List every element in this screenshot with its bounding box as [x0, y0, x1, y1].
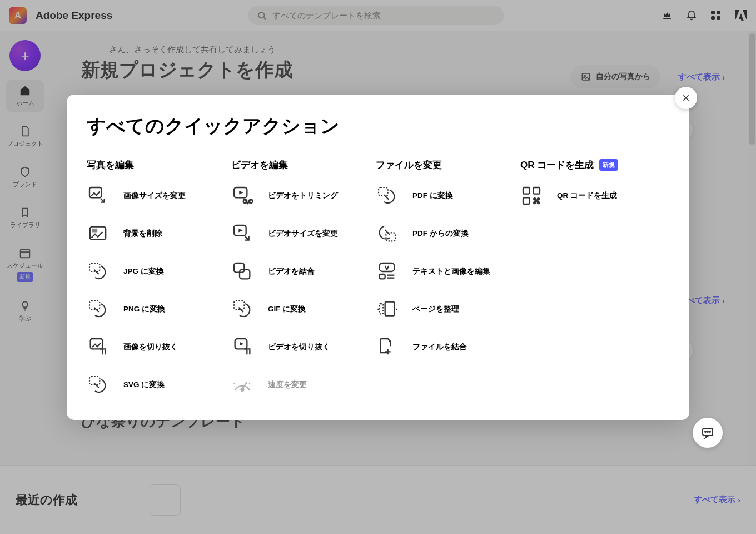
- action-convert-png[interactable]: PNG に変換: [87, 298, 226, 320]
- action-convert-jpg[interactable]: JPG に変換: [87, 260, 226, 283]
- merge-video-icon: [231, 260, 253, 283]
- convert-to-pdf-icon: [376, 185, 398, 207]
- action-convert-gif[interactable]: GIF に変換: [231, 298, 370, 320]
- speed-icon: [231, 374, 253, 396]
- remove-bg-icon: [87, 222, 109, 245]
- svg-point-28: [241, 388, 244, 391]
- action-edit-text-image[interactable]: テキストと画像を編集: [376, 260, 515, 283]
- action-crop-image[interactable]: 画像を切り抜く: [87, 336, 226, 358]
- svg-point-40: [534, 198, 535, 200]
- combine-files-icon: [376, 336, 398, 358]
- svg-rect-29: [379, 187, 388, 196]
- svg-point-47: [707, 431, 708, 432]
- crop-image-icon: [87, 336, 109, 358]
- column-divider: [437, 185, 437, 363]
- qr-actions: QR コードを生成: [520, 185, 665, 396]
- convert-gif-icon: [231, 298, 253, 320]
- trim-video-icon: [231, 185, 253, 207]
- svg-marker-17: [239, 191, 243, 195]
- svg-rect-39: [523, 197, 530, 204]
- action-resize-video[interactable]: ビデオサイズを変更: [231, 222, 370, 245]
- svg-point-44: [536, 200, 538, 202]
- action-merge-video[interactable]: ビデオを結合: [231, 260, 370, 283]
- crop-video-icon: [231, 336, 253, 358]
- svg-point-48: [709, 431, 710, 432]
- close-icon: [682, 93, 690, 102]
- convert-png-icon: [87, 298, 109, 320]
- svg-rect-30: [386, 233, 395, 241]
- svg-rect-31: [380, 263, 395, 271]
- svg-point-41: [538, 198, 539, 200]
- action-organize-pages[interactable]: ページを整理: [376, 298, 515, 320]
- svg-rect-32: [380, 274, 385, 279]
- chat-icon: [701, 426, 714, 439]
- convert-svg-icon: [87, 374, 109, 396]
- col-header-file: ファイルを変更: [376, 159, 520, 171]
- action-convert-to-pdf[interactable]: PDF に変換: [376, 185, 515, 207]
- action-trim-video[interactable]: ビデオをトリミング: [231, 185, 370, 207]
- action-convert-svg[interactable]: SVG に変換: [87, 374, 226, 396]
- convert-from-pdf-icon: [376, 222, 398, 245]
- svg-rect-36: [380, 304, 384, 314]
- video-actions: ビデオをトリミング ビデオサイズを変更 ビデオを結合 GIF に変換: [231, 185, 376, 396]
- close-button[interactable]: [675, 87, 697, 109]
- resize-video-icon: [231, 222, 253, 245]
- svg-rect-38: [533, 187, 540, 194]
- action-resize-image[interactable]: 画像サイズを変更: [87, 185, 226, 207]
- col-header-photo: 写真を編集: [87, 159, 231, 171]
- svg-rect-11: [92, 229, 97, 233]
- quick-actions-modal: すべてのクイックアクション 写真を編集 ビデオを編集 ファイルを変更 QR コー…: [67, 95, 689, 420]
- resize-image-icon: [87, 185, 109, 207]
- action-change-speed[interactable]: 速度を変更: [231, 374, 370, 396]
- organize-pages-icon: [376, 298, 398, 320]
- qr-code-icon: [520, 185, 543, 207]
- photo-actions: 画像サイズを変更 背景を削除 JPG に変換 PNG に変換: [87, 185, 231, 396]
- new-badge: 新規: [599, 159, 618, 171]
- convert-jpg-icon: [87, 260, 109, 283]
- action-combine-files[interactable]: ファイルを結合: [376, 336, 515, 358]
- action-generate-qr[interactable]: QR コードを生成: [520, 185, 659, 207]
- svg-point-46: [705, 431, 706, 432]
- edit-text-image-icon: [376, 260, 398, 283]
- action-convert-from-pdf[interactable]: PDF からの変換: [376, 222, 515, 245]
- svg-marker-26: [240, 342, 244, 346]
- svg-point-42: [534, 202, 535, 204]
- divider: [87, 145, 669, 145]
- col-header-qr: QR コードを生成 新規: [520, 159, 665, 171]
- col-header-video: ビデオを編集: [231, 159, 376, 171]
- chat-fab-button[interactable]: [693, 418, 723, 448]
- action-remove-background[interactable]: 背景を削除: [87, 222, 226, 245]
- action-crop-video[interactable]: ビデオを切り抜く: [231, 336, 370, 358]
- svg-rect-37: [523, 187, 530, 194]
- svg-rect-35: [385, 302, 395, 316]
- file-actions: PDF に変換 PDF からの変換 テキストと画像を編集 ページを整理: [376, 185, 520, 396]
- modal-title: すべてのクイックアクション: [87, 113, 669, 139]
- svg-point-43: [538, 202, 539, 204]
- svg-marker-21: [238, 229, 243, 233]
